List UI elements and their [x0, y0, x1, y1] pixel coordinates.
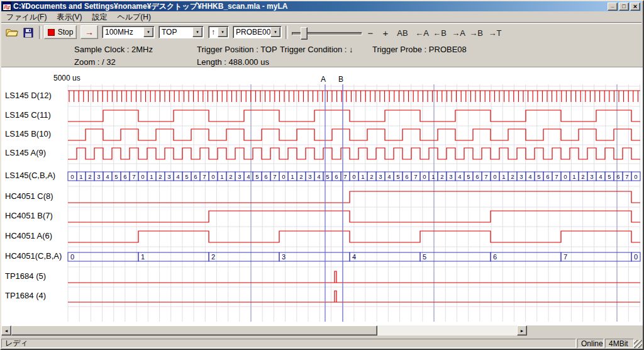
- stop-icon: [48, 29, 55, 36]
- svg-text:6: 6: [475, 173, 479, 180]
- close-icon: ×: [633, 3, 637, 10]
- svg-text:1: 1: [502, 173, 505, 180]
- scrollbar-thumb[interactable]: [11, 325, 377, 336]
- stop-button[interactable]: Stop: [44, 25, 77, 39]
- goto-b-left-button[interactable]: ←B: [431, 26, 448, 39]
- cursor-label-A: A: [321, 75, 326, 84]
- svg-text:1: 1: [79, 173, 82, 180]
- svg-text:0: 0: [634, 173, 637, 180]
- zoom-out-button[interactable]: −: [364, 26, 377, 39]
- open-file-button[interactable]: [5, 27, 19, 38]
- svg-text:0: 0: [70, 173, 74, 180]
- run-button[interactable]: →: [80, 25, 98, 39]
- chevron-down-icon[interactable]: ▼: [192, 27, 203, 37]
- svg-text:5: 5: [114, 173, 118, 180]
- svg-text:2: 2: [158, 173, 162, 180]
- channel-label-tp1684-5: TP1684 (5): [5, 271, 46, 281]
- stop-label: Stop: [58, 28, 74, 37]
- title-bar[interactable]: C:¥Documents and Settings¥noname¥デスクトップ¥…: [1, 1, 641, 11]
- zoom-in-button[interactable]: +: [379, 26, 392, 39]
- channel-label-ls145-bus: LS145(C,B,A): [5, 171, 55, 180]
- zoom-info: Zoom : / 32: [74, 57, 116, 67]
- scroll-left-button[interactable]: ◄: [1, 325, 11, 336]
- svg-text:5: 5: [255, 173, 258, 180]
- channel-label-hc4051-a: HC4051 A(6): [5, 231, 52, 240]
- trigger-edge-value: ↑: [209, 28, 218, 37]
- chevron-down-icon[interactable]: ▼: [270, 27, 280, 37]
- ab-cursor-button[interactable]: AB: [394, 26, 411, 39]
- timescale-label: 5000 us: [53, 74, 80, 82]
- svg-text:0: 0: [141, 173, 144, 180]
- svg-text:5: 5: [608, 173, 611, 180]
- svg-text:7: 7: [132, 173, 135, 180]
- svg-text:3: 3: [449, 173, 452, 180]
- svg-text:6: 6: [546, 173, 549, 180]
- sample-clock-value: 100MHz: [103, 28, 143, 37]
- svg-text:6: 6: [194, 173, 197, 180]
- svg-text:5: 5: [423, 253, 426, 261]
- svg-text:5: 5: [185, 173, 188, 180]
- menu-file[interactable]: ファイル(F): [1, 11, 52, 23]
- trigger-probe-select[interactable]: PROBE00 ▼: [233, 26, 282, 38]
- goto-trigger-button[interactable]: →T: [487, 26, 503, 39]
- svg-text:4: 4: [352, 253, 356, 261]
- svg-text:4: 4: [387, 173, 391, 180]
- resize-grip[interactable]: [634, 340, 642, 348]
- horizontal-scrollbar[interactable]: ◄ ►: [1, 325, 527, 336]
- waveform-pane[interactable]: 0123456701234567012345670123456701234567…: [1, 67, 643, 325]
- save-file-button[interactable]: [21, 27, 35, 38]
- waveform-canvas[interactable]: 0123456701234567012345670123456701234567…: [1, 67, 643, 325]
- svg-text:3: 3: [238, 173, 241, 180]
- floppy-disk-icon: [23, 28, 33, 38]
- menu-help[interactable]: ヘルプ(H): [112, 11, 156, 23]
- scroll-right-button[interactable]: ►: [517, 325, 527, 336]
- goto-a-right-button[interactable]: →A: [450, 26, 467, 39]
- svg-text:3: 3: [308, 173, 311, 180]
- channel-label-ls145-c: LS145 C(11): [5, 110, 51, 120]
- svg-text:6: 6: [405, 173, 408, 180]
- trigger-position-select[interactable]: TOP ▼: [158, 26, 204, 38]
- channel-label-hc4051-b: HC4051 B(7): [5, 211, 53, 220]
- channel-label-hc4051-bus: HC4051(C,B,A): [5, 251, 62, 261]
- svg-text:7: 7: [203, 173, 206, 180]
- svg-text:5: 5: [396, 173, 399, 180]
- svg-text:0: 0: [211, 173, 214, 180]
- chevron-down-icon[interactable]: ▼: [143, 27, 153, 37]
- toolbar-separator: [39, 26, 42, 39]
- svg-text:7: 7: [273, 173, 276, 180]
- svg-text:2: 2: [229, 173, 232, 180]
- toolbar-separator: [286, 26, 288, 39]
- trigger-position-info: Trigger Position : TOP: [197, 45, 277, 54]
- menu-settings[interactable]: 設定: [87, 11, 112, 23]
- svg-text:0: 0: [423, 173, 426, 180]
- channel-label-hc4051-c: HC4051 C(8): [5, 191, 53, 201]
- svg-text:1: 1: [141, 253, 145, 261]
- svg-text:1: 1: [572, 173, 575, 180]
- svg-text:2: 2: [299, 173, 303, 180]
- trigger-edge-select[interactable]: ↑ ▼: [208, 26, 229, 38]
- status-message: レディ: [1, 339, 576, 348]
- svg-text:2: 2: [511, 173, 514, 180]
- goto-a-left-button[interactable]: ←A: [414, 26, 430, 39]
- svg-text:2: 2: [88, 173, 91, 180]
- trigger-probe-value: PROBE00: [233, 28, 270, 37]
- svg-text:1: 1: [291, 173, 294, 180]
- svg-text:6: 6: [123, 173, 126, 180]
- channel-label-ls145-d: LS145 D(12): [5, 91, 52, 100]
- svg-text:3: 3: [282, 253, 286, 261]
- maximize-button[interactable]: □: [619, 3, 629, 11]
- chevron-down-icon[interactable]: ▼: [218, 27, 228, 37]
- scroll-left-icon: ◄: [4, 329, 9, 333]
- sample-clock-select[interactable]: 100MHz ▼: [102, 26, 155, 38]
- menu-view[interactable]: 表示(V): [52, 11, 87, 23]
- svg-text:2: 2: [581, 173, 584, 180]
- status-online: Online: [577, 339, 604, 348]
- open-folder-icon: [6, 28, 18, 38]
- minimize-button[interactable]: _: [608, 3, 618, 11]
- zoom-slider[interactable]: [292, 26, 362, 40]
- slider-thumb[interactable]: [301, 27, 308, 40]
- goto-b-right-button[interactable]: →B: [468, 26, 484, 39]
- svg-text:4: 4: [176, 173, 179, 180]
- svg-text:1: 1: [361, 173, 364, 180]
- close-button[interactable]: ×: [630, 3, 640, 11]
